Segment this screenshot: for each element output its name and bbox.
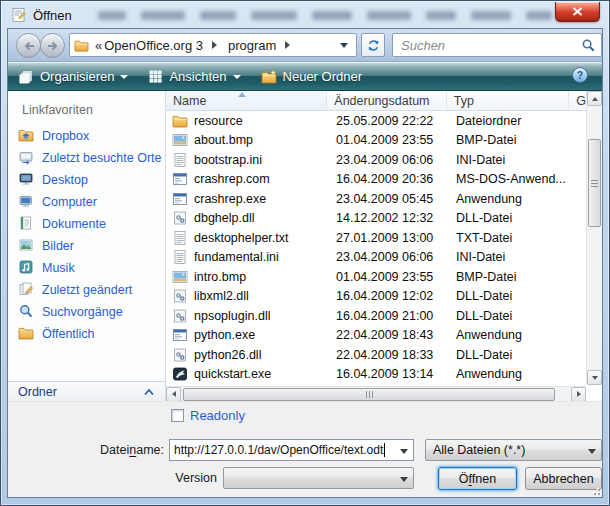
file-date: 16.04.2009 12:02 [328, 289, 448, 303]
new-folder-button[interactable]: Neuer Ordner [261, 69, 362, 85]
folders-expander-bar[interactable]: Ordner [8, 381, 165, 401]
scroll-down-button[interactable] [587, 370, 602, 385]
sidebar-item-computer[interactable]: Computer [8, 191, 165, 213]
sidebar-item-musik[interactable]: Musik [8, 257, 165, 279]
sort-ascending-icon [238, 92, 246, 97]
new-folder-label: Neuer Ordner [283, 69, 362, 84]
favorites-header: Linkfavoriten [22, 103, 93, 117]
file-row-about-bmp[interactable]: about.bmp 01.04.2009 23:55 BMP-Datei [166, 131, 586, 151]
file-row-crashrep-com[interactable]: crashrep.com 16.04.2009 20:36 MS-DOS-Anw… [166, 170, 586, 190]
file-row-npsoplugin-dll[interactable]: npsoplugin.dll 16.04.2009 21:00 DLL-Date… [166, 306, 586, 326]
close-button[interactable] [555, 2, 600, 22]
app-icon [172, 327, 188, 343]
organize-label: Organisieren [40, 69, 114, 84]
public-folder-icon [18, 325, 34, 344]
svg-text:?: ? [577, 69, 583, 81]
file-date: 01.04.2009 23:55 [328, 133, 448, 147]
file-name: python26.dll [194, 348, 261, 362]
file-date: 14.12.2002 12:32 [328, 211, 448, 225]
command-toolbar: Organisieren Ansichten [8, 62, 602, 91]
search-input[interactable] [399, 35, 574, 55]
file-date: 22.04.2009 18:33 [328, 348, 448, 362]
breadcrumb-separator-icon[interactable] [212, 41, 221, 49]
horizontal-scrollbar[interactable] [166, 386, 586, 401]
horizontal-scroll-thumb[interactable] [183, 388, 555, 401]
column-header-type[interactable]: Typ [447, 91, 569, 110]
column-header-date[interactable]: Änderungsdatum [327, 91, 446, 110]
sidebar-item-suchvorg-nge[interactable]: Suchvorgänge [8, 301, 165, 323]
file-name: fundamental.ini [194, 250, 279, 264]
file-name: crashrep.exe [194, 192, 266, 206]
folder-icon [172, 113, 188, 129]
triangle-down-icon [592, 376, 598, 380]
sidebar-item-dropbox[interactable]: Dropbox [8, 125, 165, 147]
vertical-scrollbar[interactable] [586, 91, 602, 385]
breadcrumb-address-bar[interactable]: « OpenOffice.org 3 program [69, 33, 357, 57]
breadcrumb-overflow-chevron[interactable]: « [95, 38, 102, 53]
file-row-desktophelper-txt[interactable]: desktophelper.txt 27.01.2009 13:00 TXT-D… [166, 228, 586, 248]
breadcrumb-item-openoffice[interactable]: OpenOffice.org 3 [104, 38, 203, 53]
version-select[interactable] [223, 467, 414, 489]
file-type: INI-Datei [448, 250, 571, 264]
open-button[interactable]: Öffnen [438, 467, 517, 490]
file-row-python-exe[interactable]: python.exe 22.04.2009 18:43 Anwendung [166, 326, 586, 346]
title-bar[interactable]: Öffnen [2, 2, 608, 28]
refresh-button[interactable] [361, 33, 385, 57]
views-button[interactable]: Ansichten [148, 69, 240, 84]
file-row-bootstrap-ini[interactable]: bootstrap.ini 23.04.2009 06:06 INI-Datei [166, 150, 586, 170]
column-header-size[interactable]: G [569, 91, 586, 110]
sidebar-item-dokumente[interactable]: Dokumente [8, 213, 165, 235]
file-date: 25.05.2009 22:22 [328, 114, 448, 128]
help-button[interactable]: ? [571, 66, 589, 87]
file-date: 16.04.2009 13:14 [328, 367, 448, 381]
text-caret [384, 443, 385, 457]
file-row-fundamental-ini[interactable]: fundamental.ini 23.04.2009 06:06 INI-Dat… [166, 248, 586, 268]
file-type: MS-DOS-Anwend... [448, 172, 571, 186]
file-row-quickstart-exe[interactable]: quickstart.exe 16.04.2009 13:14 Anwendun… [166, 365, 586, 385]
scroll-left-button[interactable] [166, 387, 181, 402]
refresh-icon [366, 38, 381, 53]
image-icon [172, 269, 188, 285]
scroll-up-button[interactable] [587, 91, 602, 106]
breadcrumb-separator-icon[interactable] [285, 41, 294, 49]
search-box[interactable] [392, 33, 602, 57]
filetype-select[interactable]: Alle Dateien (*.*) [425, 439, 602, 461]
music-icon [18, 259, 34, 278]
file-row-libxml2-dll[interactable]: libxml2.dll 16.04.2009 12:02 DLL-Datei [166, 287, 586, 307]
file-row-dbghelp-dll[interactable]: dbghelp.dll 14.12.2002 12:32 DLL-Datei [166, 209, 586, 229]
file-row-crashrep-exe[interactable]: crashrep.exe 23.04.2009 05:45 Anwendung [166, 189, 586, 209]
filename-input[interactable]: http://127.0.0.1/dav/OpenOffice/text.odt [169, 439, 414, 461]
triangle-up-icon [592, 97, 598, 101]
favorites-list: Dropbox Zuletzt besuchte Orte [8, 125, 165, 345]
sidebar-item-ffentlich[interactable]: Öffentlich [8, 323, 165, 345]
scroll-right-button[interactable] [571, 387, 586, 402]
dll-icon [172, 347, 188, 363]
forward-arrow-icon [46, 40, 60, 52]
vertical-scroll-thumb[interactable] [588, 139, 601, 227]
sidebar-item-zuletzt-ge-ndert[interactable]: Zuletzt geändert [8, 279, 165, 301]
organize-button[interactable]: Organisieren [18, 69, 128, 85]
file-type: DLL-Datei [448, 211, 571, 225]
back-button[interactable] [16, 33, 41, 58]
file-type: Dateiordner [448, 114, 571, 128]
file-row-intro-bmp[interactable]: intro.bmp 01.04.2009 23:55 BMP-Datei [166, 267, 586, 287]
file-row-resource[interactable]: resource 25.05.2009 22:22 Dateiordner [166, 111, 586, 131]
triangle-left-icon [172, 391, 176, 397]
forward-button[interactable] [40, 33, 65, 58]
triangle-right-icon [577, 391, 581, 397]
resize-grip[interactable] [590, 485, 600, 495]
sidebar-item-zuletzt-besuchte-orte[interactable]: Zuletzt besuchte Orte [8, 147, 165, 169]
folders-label: Ordner [18, 385, 57, 399]
breadcrumb-item-program[interactable]: program [228, 38, 276, 53]
sidebar-item-bilder[interactable]: Bilder [8, 235, 165, 257]
filename-dropdown-icon[interactable] [400, 449, 408, 458]
search-icon [581, 38, 596, 53]
file-row-python26-dll[interactable]: python26.dll 22.04.2009 18:33 DLL-Datei [166, 345, 586, 365]
file-name: about.bmp [194, 133, 253, 147]
recently-changed-icon [18, 281, 34, 300]
column-header-name[interactable]: Name [166, 91, 327, 110]
readonly-checkbox[interactable] [171, 409, 184, 422]
address-dropdown-icon[interactable] [340, 43, 348, 52]
sidebar-item-desktop[interactable]: Desktop [8, 169, 165, 191]
filename-value: http://127.0.0.1/dav/OpenOffice/text.odt [174, 443, 383, 457]
